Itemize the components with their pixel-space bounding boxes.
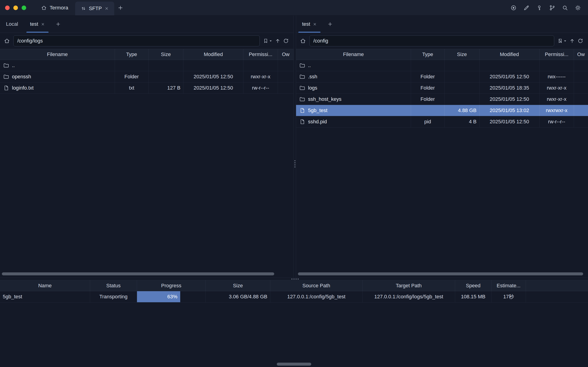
filename-cell: ssh_host_keys	[296, 94, 411, 105]
refresh-button[interactable]	[283, 38, 289, 44]
home-button[interactable]	[300, 38, 306, 44]
modified-cell: 2025/01/05 18:35	[479, 83, 539, 93]
column-header[interactable]: Ow	[574, 49, 588, 60]
refresh-button[interactable]	[577, 38, 583, 44]
column-header[interactable]: Type	[115, 49, 148, 60]
column-header[interactable]	[526, 280, 588, 291]
branch-button[interactable]	[549, 5, 555, 11]
tab-termora[interactable]: Termora	[34, 0, 75, 15]
file-row[interactable]: sshd.pidpid4 B2025/01/05 12:50rw-r--r--	[296, 116, 588, 127]
tab-sftp[interactable]: SFTP	[75, 2, 114, 15]
permissions-cell: rwxr-xr-x	[539, 94, 574, 105]
scrollbar-thumb[interactable]	[298, 272, 583, 275]
settings-button[interactable]	[575, 5, 581, 11]
column-header[interactable]: Size	[444, 49, 479, 60]
source-path-cell: 127.0.0.1:/config/5gb_test	[270, 291, 363, 302]
modified-cell: 2025/01/05 13:02	[479, 105, 539, 116]
path-actions	[263, 38, 289, 44]
splitter-grip-icon	[294, 160, 295, 161]
transfer-progress-cell: 63%	[137, 291, 206, 302]
column-header[interactable]: Progress	[137, 280, 206, 291]
parent-directory-button[interactable]	[569, 38, 575, 44]
file-row[interactable]: logsFolder2025/01/05 18:35rwxr-xr-x	[296, 83, 588, 94]
permissions-cell: rw-r--r--	[243, 83, 278, 93]
close-window-button[interactable]	[5, 6, 10, 10]
file-row[interactable]: ssh_host_keysFolder2025/01/05 12:50rwxr-…	[296, 94, 588, 105]
key-icon	[536, 5, 543, 11]
type-cell: txt	[115, 83, 148, 93]
zoom-window-button[interactable]	[22, 6, 26, 10]
remote-file-pane: test	[296, 16, 588, 278]
modified-cell: 2025/01/05 12:50	[183, 83, 243, 93]
add-pane-tab-button[interactable]	[323, 16, 337, 33]
transfer-table-header: NameStatusProgressSizeSource PathTarget …	[0, 280, 588, 291]
close-icon[interactable]	[313, 22, 317, 26]
pane-tab-local[interactable]: Local	[0, 16, 24, 33]
horizontal-splitter[interactable]	[0, 278, 588, 280]
folder-icon	[299, 85, 305, 91]
bookmark-button[interactable]	[263, 38, 268, 44]
column-header[interactable]: Estimate...	[491, 280, 526, 291]
column-header[interactable]: Ow	[278, 49, 294, 60]
column-header[interactable]: Status	[90, 280, 137, 291]
column-header[interactable]: Filename	[0, 49, 115, 60]
file-row[interactable]: opensshFolder2025/01/05 12:50rwxr-xr-x	[0, 71, 294, 83]
column-header[interactable]: Size	[148, 49, 183, 60]
transfer-row[interactable]: 5gb_testTransporting63%3.06 GB/4.88 GB12…	[0, 291, 588, 302]
modified-cell: 2025/01/05 12:50	[479, 116, 539, 127]
add-tab-button[interactable]	[114, 0, 127, 15]
column-header[interactable]: Source Path	[270, 280, 363, 291]
column-header[interactable]: Type	[411, 49, 444, 60]
close-icon[interactable]	[105, 6, 109, 11]
file-row[interactable]: ..	[296, 60, 588, 71]
column-header[interactable]: Modified	[479, 49, 539, 60]
pane-tab-label: test	[30, 21, 38, 27]
home-icon	[300, 38, 306, 44]
column-header[interactable]: Modified	[183, 49, 243, 60]
key-button[interactable]	[536, 5, 543, 11]
parent-directory-button[interactable]	[275, 38, 281, 44]
bookmark-button[interactable]	[557, 38, 563, 44]
close-icon[interactable]	[41, 22, 45, 26]
filename-cell: .ssh	[296, 71, 411, 82]
file-row[interactable]: .sshFolder2025/01/05 12:50rwx------	[296, 71, 588, 83]
folder-icon	[3, 74, 9, 80]
path-input[interactable]	[13, 35, 260, 46]
file-table-body: ..opensshFolder2025/01/05 12:50rwxr-xr-x…	[0, 60, 294, 94]
bookmark-dropdown-button[interactable]	[269, 39, 273, 43]
titlebar-actions	[510, 5, 588, 11]
column-header[interactable]: Target Path	[363, 280, 455, 291]
size-cell: 127 B	[148, 83, 183, 93]
path-input[interactable]	[309, 35, 554, 46]
column-header[interactable]: Speed	[455, 280, 491, 291]
bookmark-icon	[263, 38, 268, 44]
vertical-splitter[interactable]	[294, 16, 296, 278]
transfer-scrollbar-thumb[interactable]	[277, 363, 311, 366]
minimize-window-button[interactable]	[13, 6, 18, 10]
up-arrow-icon	[569, 38, 575, 44]
path-actions	[557, 38, 583, 44]
add-pane-tab-button[interactable]	[51, 16, 66, 33]
edit-button[interactable]	[523, 5, 530, 11]
file-row[interactable]: ..	[0, 60, 294, 71]
pane-tab-test[interactable]: test	[24, 16, 51, 33]
file-row[interactable]: loginfo.txttxt127 B2025/01/05 12:50rw-r-…	[0, 83, 294, 94]
pane-tab-label: Local	[6, 21, 18, 27]
bookmark-dropdown-button[interactable]	[563, 39, 567, 43]
column-header[interactable]: Permissi...	[539, 49, 574, 60]
modified-cell: 2025/01/05 12:50	[479, 71, 539, 82]
column-header[interactable]: Permissi...	[243, 49, 278, 60]
pane-tab-test[interactable]: test	[296, 16, 323, 33]
size-cell	[148, 71, 183, 82]
record-button[interactable]	[510, 5, 517, 11]
column-header[interactable]: Filename	[296, 49, 411, 60]
home-icon	[41, 5, 47, 11]
permissions-cell: rwxr-xr-x	[539, 83, 574, 93]
scrollbar-thumb[interactable]	[2, 272, 274, 275]
permissions-cell: rw-r--r--	[539, 116, 574, 127]
home-button[interactable]	[4, 38, 10, 44]
file-row[interactable]: 5gb_test4.88 GB2025/01/05 13:02rwxrwxr-x	[296, 105, 588, 116]
search-button[interactable]	[562, 5, 568, 11]
column-header[interactable]: Size	[206, 280, 270, 291]
column-header[interactable]: Name	[0, 280, 90, 291]
